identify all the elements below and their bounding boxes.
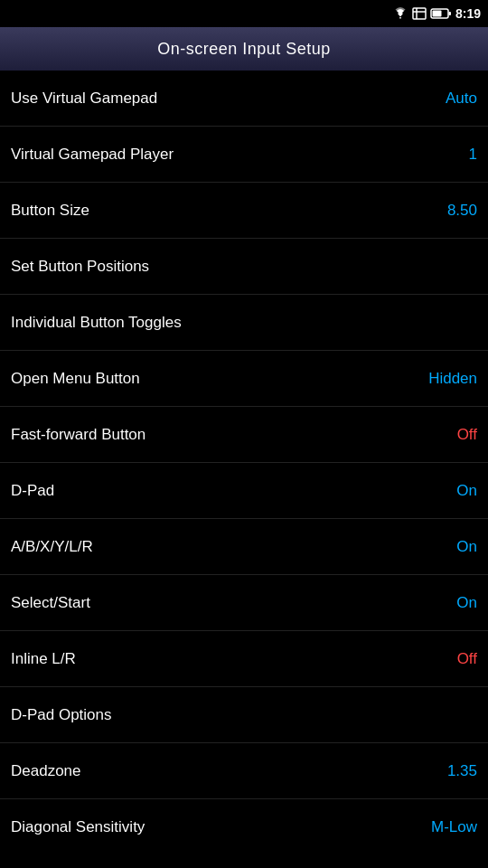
row-label-inline-lr: Inline L/R	[11, 650, 76, 668]
row-label-set-button-positions: Set Button Positions	[11, 258, 149, 276]
status-icons: 8:19	[392, 6, 481, 21]
row-value-d-pad: On	[456, 482, 477, 500]
row-value-select-start: On	[456, 594, 477, 612]
row-value-fast-forward-button: Off	[457, 426, 477, 444]
settings-row-diagonal-sensitivity[interactable]: Diagonal SensitivityM-Low	[0, 799, 488, 855]
row-label-open-menu-button: Open Menu Button	[11, 370, 140, 388]
status-bar: 8:19	[0, 0, 488, 27]
settings-row-button-size[interactable]: Button Size8.50	[0, 183, 488, 239]
settings-row-virtual-gamepad-player[interactable]: Virtual Gamepad Player1	[0, 127, 488, 183]
page-header: On-screen Input Setup	[0, 27, 488, 71]
settings-row-d-pad-options[interactable]: D-Pad Options	[0, 687, 488, 743]
settings-row-individual-button-toggles[interactable]: Individual Button Toggles	[0, 295, 488, 351]
row-value-inline-lr: Off	[457, 650, 477, 668]
settings-row-inline-lr[interactable]: Inline L/ROff	[0, 631, 488, 687]
settings-row-set-button-positions[interactable]: Set Button Positions	[0, 239, 488, 295]
row-value-deadzone: 1.35	[447, 762, 477, 780]
row-value-button-size: 8.50	[447, 202, 477, 220]
settings-row-select-start[interactable]: Select/StartOn	[0, 575, 488, 631]
settings-list: Use Virtual GamepadAutoVirtual Gamepad P…	[0, 71, 488, 855]
row-label-use-virtual-gamepad: Use Virtual Gamepad	[11, 90, 157, 108]
row-label-select-start: Select/Start	[11, 594, 90, 612]
row-value-use-virtual-gamepad: Auto	[446, 90, 477, 108]
settings-row-abxylr[interactable]: A/B/X/Y/L/ROn	[0, 519, 488, 575]
row-label-diagonal-sensitivity: Diagonal Sensitivity	[11, 818, 145, 836]
row-value-virtual-gamepad-player: 1	[469, 146, 477, 164]
svg-rect-4	[432, 11, 441, 17]
row-label-button-size: Button Size	[11, 202, 89, 220]
settings-row-d-pad[interactable]: D-PadOn	[0, 463, 488, 519]
row-label-d-pad: D-Pad	[11, 482, 54, 500]
settings-row-deadzone[interactable]: Deadzone1.35	[0, 743, 488, 799]
row-label-abxylr: A/B/X/Y/L/R	[11, 538, 93, 556]
row-label-deadzone: Deadzone	[11, 762, 81, 780]
row-label-virtual-gamepad-player: Virtual Gamepad Player	[11, 146, 174, 164]
wifi-icon	[392, 7, 408, 20]
status-time: 8:19	[455, 6, 481, 21]
page-title: On-screen Input Setup	[157, 40, 331, 59]
svg-rect-5	[448, 12, 451, 15]
row-label-fast-forward-button: Fast-forward Button	[11, 426, 145, 444]
svg-rect-0	[413, 8, 426, 19]
row-value-open-menu-button: Hidden	[428, 370, 477, 388]
signal-icon	[412, 7, 427, 20]
battery-icon	[430, 7, 452, 20]
settings-row-use-virtual-gamepad[interactable]: Use Virtual GamepadAuto	[0, 71, 488, 127]
settings-row-fast-forward-button[interactable]: Fast-forward ButtonOff	[0, 407, 488, 463]
row-value-abxylr: On	[456, 538, 477, 556]
row-label-individual-button-toggles: Individual Button Toggles	[11, 314, 182, 332]
row-label-d-pad-options: D-Pad Options	[11, 706, 112, 724]
row-value-diagonal-sensitivity: M-Low	[431, 818, 477, 836]
settings-row-open-menu-button[interactable]: Open Menu ButtonHidden	[0, 351, 488, 407]
